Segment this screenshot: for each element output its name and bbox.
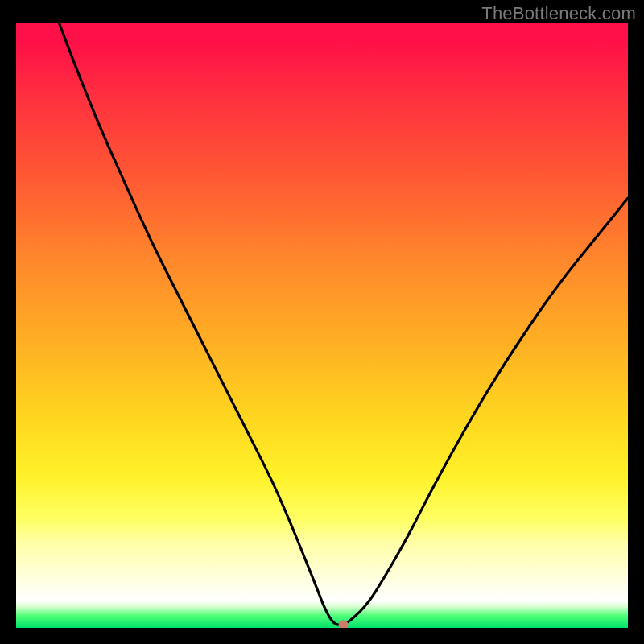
bottleneck-curve — [59, 23, 628, 625]
plot-area — [16, 23, 628, 628]
watermark-text: TheBottleneck.com — [481, 3, 636, 24]
chart-stage: TheBottleneck.com — [0, 0, 644, 644]
curve-layer — [16, 23, 628, 628]
